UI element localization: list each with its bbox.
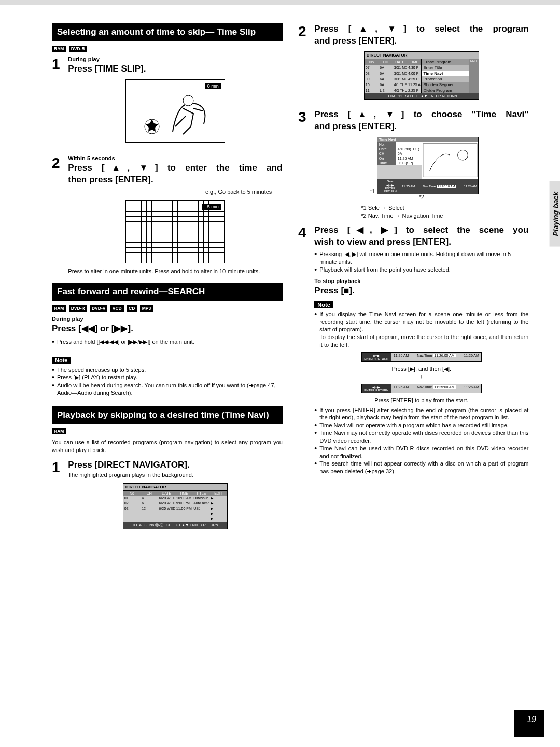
sub-heading: To stop playback	[314, 278, 528, 284]
step-instruction: Press [▲, ▼] to enter the time and then …	[68, 162, 282, 186]
bullet-text: Playback will start from the point you h…	[314, 266, 528, 274]
hint-text: Press [▶], and then [◀].	[314, 365, 528, 373]
note-item: The speed increases up to 5 steps.	[52, 366, 283, 374]
screenshot-title: DIRECT NAVIGATOR	[365, 52, 479, 59]
step-number: 2	[52, 155, 66, 172]
note-item: If you press [ENTER] after selecting the…	[314, 406, 528, 422]
badge: RAM	[52, 305, 66, 312]
screenshot-title: DIRECT NAVIGATOR	[123, 484, 227, 491]
section-header-timeslip: Selecting an amount of time to skip— Tim…	[52, 23, 283, 41]
step-condition: Within 5 seconds	[68, 155, 282, 161]
annotation: *2 Nav. Time → Navigation Time	[361, 212, 528, 220]
navbar-figure-2: ◀✦▶ENTER RETURN 11:25 AM Nav.Time 11:25:…	[361, 384, 482, 393]
note-item: Time Navi will not operate with a progra…	[314, 421, 528, 429]
step-instruction: Press [TIME SLIP].	[68, 63, 282, 75]
navbar-figure-1: ◀✦▶ENTER RETURN 11:25 AM Nav.Time 11:26:…	[361, 352, 482, 362]
sub-instruction: Press and hold [|◀◀/◀◀] or [▶▶/▶▶|] on t…	[52, 338, 283, 346]
left-column: Selecting an amount of time to skip— Tim…	[52, 23, 283, 533]
step-instruction: Press [▲, ▼] to select the program and p…	[314, 23, 528, 47]
note-label: Note	[314, 301, 333, 308]
note-item: Press [▶] (PLAY) to restart play.	[52, 374, 283, 382]
step-number: 3	[298, 109, 313, 125]
overlay-badge: –5 min	[202, 204, 221, 210]
section-header-search: Fast forward and rewind—SEARCH	[52, 283, 283, 301]
explain-text: Press to alter in one-minute units. Pres…	[68, 267, 282, 275]
intro-text: You can use a list of recorded programs …	[52, 439, 283, 454]
illustration-soccer: 0 min	[125, 79, 225, 143]
badge: DVD-V	[90, 305, 107, 312]
annotation: *1 Sele → Select	[361, 204, 528, 212]
badges-timeslip: RAM DVD-R	[52, 45, 283, 52]
badge: RAM	[52, 428, 66, 434]
step-instruction: Press [◀◀] or [▶▶].	[52, 323, 283, 335]
badge: RAM	[52, 46, 66, 52]
illustration-net: –5 min	[125, 200, 225, 263]
note-label: Note	[52, 357, 71, 364]
step-number: 1	[52, 459, 66, 476]
arrow-down-icon: ↓	[314, 373, 528, 380]
badge: DVD-R	[69, 46, 87, 52]
note-item: The search time will not appear correctl…	[314, 460, 528, 475]
screenshot-direct-navigator-menu: DIRECT NAVIGATOR NoCHDATETIME 076A3/31 M…	[364, 51, 479, 100]
section-header-timenavi: Playback by skipping to a desired time (…	[52, 406, 283, 425]
badge: CD	[127, 305, 137, 312]
example-text: e.g., Go back to 5 minutes	[68, 188, 272, 196]
note-item: Time Navi can be used with DVD-R discs r…	[314, 445, 528, 460]
screenshot-time-navi: *1 Time Navi No. Date4/10/98(TUE) CH6A O…	[365, 137, 479, 200]
note-item: Time Navi may not correctly operate with…	[314, 429, 528, 445]
note-item: Audio will be heard during search. You c…	[52, 382, 283, 397]
step-number: 4	[298, 224, 313, 241]
side-tab: Playing back	[550, 181, 560, 247]
top-gray-bar	[0, 0, 560, 5]
manual-page: Playing back Selecting an amount of time…	[0, 0, 560, 747]
right-column: 2 Press [▲, ▼] to select the program and…	[298, 23, 529, 533]
step-number: 2	[298, 23, 313, 40]
step-instruction: Press [◀, ▶] to select the scene you wis…	[314, 224, 528, 248]
step-instruction: Press [■].	[314, 285, 528, 297]
hint-text: Press [ENTER] to play from the start.	[314, 397, 528, 404]
page-number: 19	[514, 710, 544, 737]
step-instruction: Press [DIRECT NAVIGATOR].	[68, 459, 282, 471]
overlay-badge: 0 min	[205, 83, 221, 89]
note-item: If you display the Time Navi screen for …	[314, 311, 528, 334]
badges-timenavi: RAM	[52, 427, 283, 434]
note-item-cont: To display the start of program, move th…	[314, 333, 528, 349]
badge: VCD	[110, 305, 124, 312]
step-instruction: Press [▲, ▼] to choose "Time Navi" and p…	[314, 109, 528, 133]
svg-point-3	[458, 150, 468, 160]
step-condition: During play	[68, 56, 282, 62]
badges-search: RAM DVD-R DVD-V VCD CD MP3	[52, 304, 283, 312]
svg-rect-2	[423, 143, 477, 177]
screenshot-direct-navigator: DIRECT NAVIGATOR No CH DATE TIME TITLE E…	[123, 483, 228, 529]
explain-text: The highlighted program plays in the bac…	[68, 471, 282, 479]
badge: DVD-R	[69, 305, 87, 312]
svg-point-1	[183, 95, 193, 106]
bullet-text: Pressing [◀, ▶] will move in one-minute …	[314, 250, 528, 266]
badge: MP3	[140, 305, 153, 312]
step-number: 1	[52, 56, 66, 73]
step-condition: During play	[52, 316, 283, 322]
